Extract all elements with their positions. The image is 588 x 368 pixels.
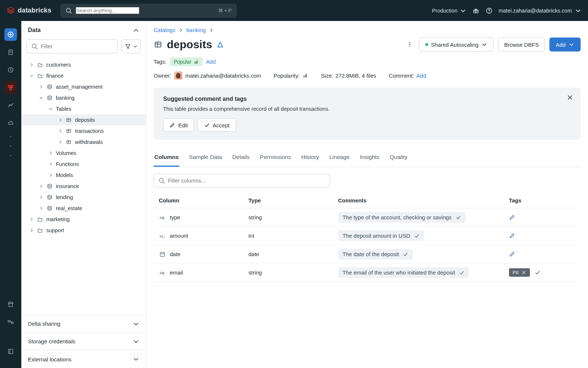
rail-data[interactable]	[4, 81, 17, 94]
edit-suggestion-button[interactable]: Edit	[163, 118, 194, 132]
tree-node-insurance[interactable]: insurance	[21, 181, 146, 192]
search-icon	[158, 177, 165, 184]
store-icon	[7, 301, 14, 308]
gift-icon[interactable]	[472, 7, 480, 14]
brand-logo[interactable]: databricks	[7, 7, 51, 15]
column-comment[interactable]: The type of the account, checking or sav…	[338, 212, 466, 223]
browse-label: Browse DBFS	[504, 42, 539, 48]
funnel-icon	[125, 43, 131, 50]
tree-node-support[interactable]: support	[21, 225, 146, 236]
tree-label: deposits	[75, 117, 95, 123]
chevron-right-icon	[58, 139, 62, 145]
tree-node-deposits[interactable]: deposits	[21, 114, 146, 125]
tree-filter[interactable]	[26, 39, 118, 53]
rail-marketplace[interactable]	[4, 298, 17, 311]
column-name-cell: email	[159, 269, 238, 276]
side-panel-header[interactable]: Data	[21, 21, 146, 39]
main-content: Catalogs banking deposits Shared Autosca…	[146, 21, 588, 368]
tab-insights[interactable]: Insights	[359, 150, 380, 167]
tree-node-withdrawals[interactable]: withdrawals	[21, 137, 146, 148]
rail-cloud[interactable]	[4, 117, 17, 129]
edit-tags-icon[interactable]	[509, 214, 515, 220]
rail-recents[interactable]	[4, 64, 17, 76]
section-delta-sharing[interactable]: Delta sharing	[21, 315, 146, 333]
environment-selector[interactable]: Production	[432, 7, 466, 14]
browse-dbfs-button[interactable]: Browse DBFS	[498, 38, 545, 52]
help-icon[interactable]	[485, 7, 493, 14]
tabs: Columns Sample Data Details Permissions …	[154, 150, 581, 167]
more-menu[interactable]	[405, 40, 415, 49]
table-icon	[154, 40, 162, 49]
column-filter[interactable]	[154, 174, 330, 188]
tree-node-tables[interactable]: Tables	[21, 103, 146, 114]
database-icon	[47, 183, 53, 189]
rail-workflows[interactable]	[4, 316, 17, 328]
tree-node-real-estate[interactable]: real_estate	[21, 203, 146, 214]
tag-popular[interactable]: Popular	[170, 57, 202, 66]
column-dtype: int	[243, 227, 333, 245]
global-search[interactable]: ⌘ + P	[60, 4, 237, 18]
tree-node-volumes[interactable]: Volumes	[21, 148, 146, 159]
tree-node-lending[interactable]: lending	[21, 192, 146, 203]
tree-label: lending	[56, 194, 73, 200]
rail-divider	[10, 136, 11, 137]
tab-details[interactable]: Details	[232, 150, 250, 167]
chevron-right-icon	[29, 228, 34, 233]
tree-node-asset-management[interactable]: asset_management	[21, 81, 146, 92]
close-suggestion[interactable]	[567, 94, 573, 101]
chevron-right-icon	[49, 162, 53, 167]
breadcrumb-banking[interactable]: banking	[186, 27, 206, 33]
database-icon	[47, 95, 53, 101]
section-storage-credentials[interactable]: Storage credentials	[21, 333, 146, 350]
section-external-locations[interactable]: External locations	[21, 350, 146, 368]
search-input[interactable]	[76, 7, 139, 14]
tree-node-transactions[interactable]: transactions	[21, 125, 146, 137]
add-button[interactable]: Add	[549, 38, 581, 52]
table-icon	[66, 117, 72, 123]
page-title: deposits	[167, 38, 224, 51]
tab-columns[interactable]: Columns	[154, 150, 179, 167]
tree-node-functions[interactable]: Functions	[21, 159, 146, 170]
column-comment[interactable]: The email of the user who initiated the …	[338, 267, 469, 278]
tree-filter-options[interactable]	[122, 39, 141, 53]
tree-node-models[interactable]: Models	[21, 170, 146, 181]
user-menu[interactable]: matei.zaharia@databricks.com	[499, 7, 581, 14]
rail-ml[interactable]	[4, 99, 17, 112]
size-field: Size: 272.8MiB, 4 files	[321, 72, 376, 79]
column-filter-input[interactable]	[168, 178, 325, 184]
close-icon	[567, 94, 573, 101]
column-tag[interactable]: PII	[509, 268, 530, 277]
rail-toggle-panel[interactable]	[4, 345, 17, 358]
column-comment[interactable]: The deposit amount in USD	[338, 230, 424, 241]
chevron-right-icon	[58, 117, 62, 123]
rail-create[interactable]	[4, 28, 17, 41]
tab-permissions[interactable]: Permissions	[259, 150, 291, 167]
tree-node-finance[interactable]: finance	[21, 70, 146, 81]
column-dtype: date	[243, 245, 333, 263]
tab-sample-data[interactable]: Sample Data	[188, 150, 223, 167]
approve-tag-icon[interactable]	[534, 269, 541, 276]
columns-table: Column Type Comments Tags typestring The…	[154, 193, 581, 282]
add-comment-link[interactable]: Add	[416, 72, 426, 79]
tab-quality[interactable]: Quality	[389, 150, 408, 167]
suggestion-title: Suggested comment and tags	[163, 96, 571, 102]
table-row: emailstring The email of the user who in…	[154, 263, 581, 282]
rail-workspace[interactable]	[4, 46, 17, 59]
chevron-right-icon	[39, 195, 43, 200]
cluster-selector[interactable]: Shared Autoscaling	[419, 38, 494, 52]
add-tag-link[interactable]: Add	[206, 59, 216, 65]
tree-label: Volumes	[56, 150, 76, 156]
tree-filter-input[interactable]	[41, 43, 113, 49]
tree-node-customers[interactable]: customers	[21, 59, 146, 70]
tree-node-banking[interactable]: banking	[21, 92, 146, 103]
accept-suggestion-button[interactable]: Accept	[198, 118, 236, 132]
tab-lineage[interactable]: Lineage	[329, 150, 350, 167]
tab-history[interactable]: History	[301, 150, 320, 167]
edit-tags-icon[interactable]	[509, 233, 515, 239]
chevron-right-icon	[39, 206, 43, 211]
edit-tags-icon[interactable]	[509, 251, 515, 257]
breadcrumb-catalogs[interactable]: Catalogs	[154, 27, 175, 33]
chevron-right-icon	[29, 62, 34, 67]
column-comment[interactable]: The date of the deposit	[338, 249, 413, 259]
tree-node-marketing[interactable]: marketing	[21, 214, 146, 225]
